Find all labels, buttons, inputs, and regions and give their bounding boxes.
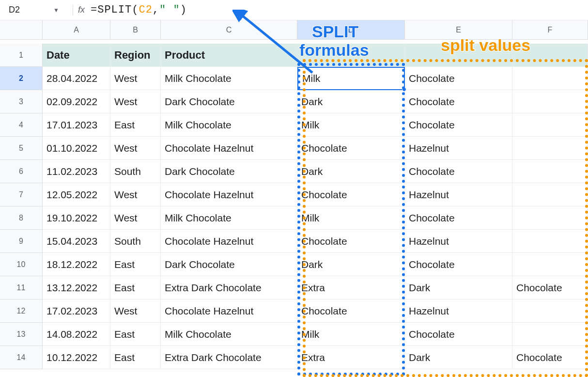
- row-header-5[interactable]: 5: [0, 137, 43, 160]
- cell-D5[interactable]: Chocolate: [297, 137, 405, 160]
- cell-B5[interactable]: West: [110, 137, 161, 160]
- cell-C2[interactable]: Milk Chocolate: [161, 67, 297, 90]
- cell-D13[interactable]: Milk: [297, 323, 405, 346]
- row-header-9[interactable]: 9: [0, 230, 43, 253]
- row-header-7[interactable]: 7: [0, 183, 43, 206]
- cell-A8[interactable]: 19.10.2022: [43, 206, 110, 230]
- cell-C6[interactable]: Dark Chocolate: [161, 160, 297, 183]
- cell-B3[interactable]: West: [110, 90, 161, 113]
- cell-E14[interactable]: Dark: [405, 346, 512, 369]
- cell-C4[interactable]: Milk Chocolate: [161, 113, 297, 137]
- cell-C9[interactable]: Chocolate Hazelnut: [161, 230, 297, 253]
- cell-E12[interactable]: Hazelnut: [405, 299, 512, 323]
- cell-F9[interactable]: [512, 230, 588, 253]
- cell-F4[interactable]: [512, 113, 588, 137]
- cell-D4[interactable]: Milk: [297, 113, 405, 137]
- cell-F10[interactable]: [512, 253, 588, 276]
- cell-B6[interactable]: South: [110, 160, 161, 183]
- cell-F5[interactable]: [512, 137, 588, 160]
- cell-A9[interactable]: 15.04.2023: [43, 230, 110, 253]
- cell-A4[interactable]: 17.01.2023: [43, 113, 110, 137]
- cell-C7[interactable]: Chocolate Hazelnut: [161, 183, 297, 206]
- cell-E4[interactable]: Chocolate: [405, 113, 512, 137]
- cell-D12[interactable]: Chocolate: [297, 299, 405, 323]
- cell-B13[interactable]: East: [110, 323, 161, 346]
- row-header-13[interactable]: 13: [0, 323, 43, 346]
- cell-F8[interactable]: [512, 206, 588, 230]
- cell-C8[interactable]: Milk Chocolate: [161, 206, 297, 230]
- cell-B4[interactable]: East: [110, 113, 161, 137]
- row-header-10[interactable]: 10: [0, 253, 43, 276]
- cell-B2[interactable]: West: [110, 67, 161, 90]
- cell-D2[interactable]: Milk: [297, 67, 405, 90]
- cell-C11[interactable]: Extra Dark Chocolate: [161, 276, 297, 299]
- spreadsheet-grid[interactable]: ABCDEF1DateRegionProduct228.04.2022WestM…: [0, 20, 588, 369]
- cell-E3[interactable]: Chocolate: [405, 90, 512, 113]
- header-cell-E[interactable]: [405, 44, 512, 67]
- name-box[interactable]: D2 ▼: [5, 3, 68, 17]
- cell-D3[interactable]: Dark: [297, 90, 405, 113]
- cell-A11[interactable]: 13.12.2022: [43, 276, 110, 299]
- cell-D11[interactable]: Extra: [297, 276, 405, 299]
- name-box-dropdown-icon[interactable]: ▼: [53, 7, 64, 14]
- cell-E7[interactable]: Hazelnut: [405, 183, 512, 206]
- header-cell-B[interactable]: Region: [110, 44, 161, 67]
- row-header-14[interactable]: 14: [0, 346, 43, 369]
- cell-A13[interactable]: 14.08.2022: [43, 323, 110, 346]
- header-cell-C[interactable]: Product: [161, 44, 297, 67]
- cell-F3[interactable]: [512, 90, 588, 113]
- cell-F11[interactable]: Chocolate: [512, 276, 588, 299]
- cell-F12[interactable]: [512, 299, 588, 323]
- row-header-2[interactable]: 2: [0, 67, 43, 90]
- cell-F14[interactable]: Chocolate: [512, 346, 588, 369]
- header-cell-F[interactable]: [512, 44, 588, 67]
- row-header-12[interactable]: 12: [0, 299, 43, 323]
- cell-E9[interactable]: Hazelnut: [405, 230, 512, 253]
- column-header-C[interactable]: C: [161, 20, 297, 40]
- cell-A14[interactable]: 10.12.2022: [43, 346, 110, 369]
- cell-B11[interactable]: East: [110, 276, 161, 299]
- cell-C3[interactable]: Dark Chocolate: [161, 90, 297, 113]
- formula-input[interactable]: =SPLIT(C2," "): [91, 4, 187, 16]
- cell-A3[interactable]: 02.09.2022: [43, 90, 110, 113]
- cell-E11[interactable]: Dark: [405, 276, 512, 299]
- cell-D10[interactable]: Dark: [297, 253, 405, 276]
- cell-A2[interactable]: 28.04.2022: [43, 67, 110, 90]
- cell-E2[interactable]: Chocolate: [405, 67, 512, 90]
- cell-B12[interactable]: West: [110, 299, 161, 323]
- cell-E10[interactable]: Chocolate: [405, 253, 512, 276]
- cell-C14[interactable]: Extra Dark Chocolate: [161, 346, 297, 369]
- cell-C12[interactable]: Chocolate Hazelnut: [161, 299, 297, 323]
- cell-A6[interactable]: 11.02.2023: [43, 160, 110, 183]
- cell-D14[interactable]: Extra: [297, 346, 405, 369]
- column-header-F[interactable]: F: [512, 20, 588, 40]
- cell-C10[interactable]: Dark Chocolate: [161, 253, 297, 276]
- cell-C5[interactable]: Chocolate Hazelnut: [161, 137, 297, 160]
- cell-A7[interactable]: 12.05.2022: [43, 183, 110, 206]
- row-header-4[interactable]: 4: [0, 113, 43, 137]
- cell-B10[interactable]: East: [110, 253, 161, 276]
- row-header-3[interactable]: 3: [0, 90, 43, 113]
- cell-F13[interactable]: [512, 323, 588, 346]
- row-header-11[interactable]: 11: [0, 276, 43, 299]
- cell-B9[interactable]: South: [110, 230, 161, 253]
- cell-F7[interactable]: [512, 183, 588, 206]
- cell-D6[interactable]: Dark: [297, 160, 405, 183]
- cell-F2[interactable]: [512, 67, 588, 90]
- cell-A10[interactable]: 18.12.2022: [43, 253, 110, 276]
- corner-cell[interactable]: [0, 20, 43, 40]
- cell-D8[interactable]: Milk: [297, 206, 405, 230]
- column-header-D[interactable]: D: [297, 20, 405, 40]
- row-header-6[interactable]: 6: [0, 160, 43, 183]
- cell-E6[interactable]: Chocolate: [405, 160, 512, 183]
- cell-B8[interactable]: West: [110, 206, 161, 230]
- cell-D9[interactable]: Chocolate: [297, 230, 405, 253]
- header-cell-D[interactable]: [297, 44, 405, 67]
- column-header-E[interactable]: E: [405, 20, 512, 40]
- cell-E5[interactable]: Hazelnut: [405, 137, 512, 160]
- cell-F6[interactable]: [512, 160, 588, 183]
- cell-A12[interactable]: 17.02.2023: [43, 299, 110, 323]
- cell-B14[interactable]: East: [110, 346, 161, 369]
- column-header-A[interactable]: A: [43, 20, 110, 40]
- selection-handle[interactable]: [402, 87, 406, 92]
